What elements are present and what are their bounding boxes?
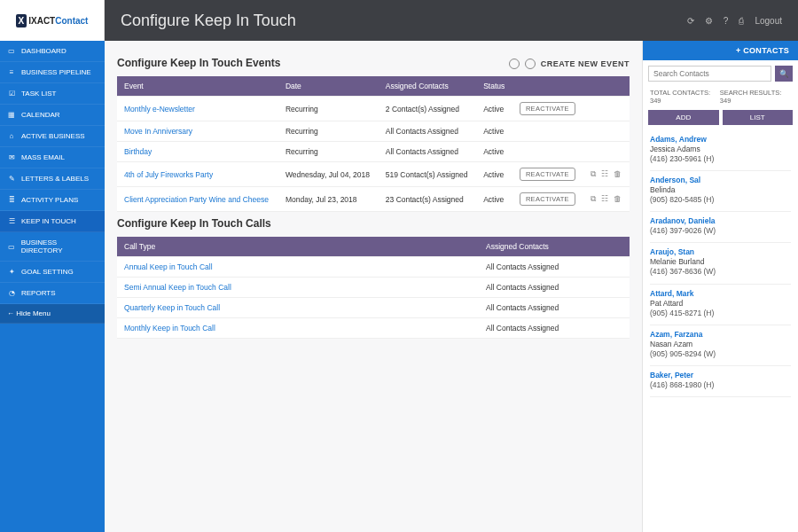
delete-icon[interactable]: 🗑 [614, 194, 622, 204]
contact-subname: Pat Attard [650, 299, 791, 309]
sidebar-item-letters[interactable]: ✎LETTERS & LABELS [0, 168, 105, 190]
goal-icon: ✦ [7, 268, 16, 276]
list-button[interactable]: LIST [723, 110, 794, 125]
contact-name[interactable]: Azam, Farzana [650, 330, 791, 340]
sidebar-item-calendar[interactable]: ▦CALENDAR [0, 105, 105, 126]
contact-card: Adams, AndrewJessica Adams(416) 230-5961… [650, 130, 791, 171]
sidebar-item-directory[interactable]: ▭BUSINESS DIRECTORY [0, 232, 105, 262]
calls-table: Call Type Assigned Contacts Annual Keep … [117, 237, 630, 339]
call-assigned: All Contacts Assigned [479, 257, 630, 278]
contact-subname: Nasan Azam [650, 340, 791, 349]
event-name[interactable]: 4th of July Fireworks Party [117, 162, 278, 187]
call-type[interactable]: Semi Annual Keep in Touch Call [117, 278, 479, 298]
events-heading: Configure Keep In Touch Events [117, 57, 280, 69]
contact-name[interactable]: Adams, Andrew [650, 135, 791, 145]
event-status: Active [476, 97, 512, 121]
table-row: Move In AnniversaryRecurringAll Contacts… [117, 121, 630, 142]
event-date: Recurring [278, 121, 379, 142]
call-type[interactable]: Annual Keep in Touch Call [117, 257, 479, 278]
header-tools: ⟳ ⚙ ? ⎙ Logout [687, 16, 782, 26]
table-row: 4th of July Fireworks PartyWednesday, Ju… [117, 162, 630, 187]
table-row: Quarterly Keep in Touch CallAll Contacts… [117, 298, 630, 318]
contact-name[interactable]: Baker, Peter [650, 371, 791, 380]
search-submit[interactable]: 🔍 [775, 66, 793, 82]
pager-icon [509, 59, 520, 69]
house-icon: ⌂ [7, 132, 16, 140]
event-date: Wednesday, Jul 04, 2018 [278, 162, 379, 187]
sidebar-item-goals[interactable]: ✦GOAL SETTING [0, 262, 105, 283]
event-date: Recurring [278, 97, 379, 121]
event-assigned: 2 Contact(s) Assigned [379, 97, 476, 121]
contact-name[interactable]: Araujo, Stan [650, 247, 791, 257]
sidebar-item-active-business[interactable]: ⌂ACTIVE BUSINESS [0, 126, 105, 147]
sync-icon[interactable]: ⟳ [687, 16, 694, 26]
mail-icon: ✉ [7, 153, 16, 161]
contact-subname: Belinda [650, 185, 791, 195]
copy-icon[interactable]: ⧉ [591, 194, 596, 204]
col-call-type: Call Type [117, 237, 479, 257]
contact-name[interactable]: Aradanov, Daniela [650, 216, 791, 226]
print-icon[interactable]: ⎙ [739, 16, 744, 26]
event-name[interactable]: Monthly e-Newsletter [117, 97, 278, 121]
plans-icon: ≣ [7, 196, 16, 204]
table-row: Monthly Keep in Touch CallAll Contacts A… [117, 318, 630, 339]
event-status: Active [476, 187, 512, 212]
search-icon: 🔍 [779, 69, 789, 78]
contacts-button[interactable]: + CONTACTS [643, 41, 798, 60]
table-row: Semi Annual Keep in Touch CallAll Contac… [117, 278, 630, 298]
delete-icon[interactable]: 🗑 [614, 169, 622, 179]
reactivate-button[interactable]: REACTIVATE [520, 102, 575, 115]
contact-phone: (905) 905-8294 (W) [650, 349, 791, 359]
contact-name[interactable]: Attard, Mark [650, 289, 791, 299]
event-status: Active [476, 162, 512, 187]
logout-link[interactable]: Logout [755, 16, 782, 26]
contact-card: Azam, FarzanaNasan Azam(905) 905-8294 (W… [650, 325, 791, 366]
event-assigned: 23 Contact(s) Assigned [379, 187, 476, 212]
reactivate-button[interactable]: REACTIVATE [520, 168, 575, 181]
call-type[interactable]: Monthly Keep in Touch Call [117, 318, 479, 339]
sidebar-item-activity-plans[interactable]: ≣ACTIVITY PLANS [0, 190, 105, 211]
users-icon[interactable]: ☷ [601, 169, 608, 179]
contact-phone: (416) 868-1980 (H) [650, 380, 791, 390]
calls-heading: Configure Keep In Touch Calls [117, 217, 630, 230]
brand-logo[interactable]: XIXACTContact [0, 0, 105, 41]
create-event-button[interactable]: CREATE NEW EVENT [509, 59, 630, 69]
col-date: Date [278, 76, 379, 97]
sidebar-item-keep-in-touch[interactable]: ☰KEEP IN TOUCH [0, 211, 105, 232]
event-date: Recurring [278, 142, 379, 162]
reactivate-button[interactable]: REACTIVATE [520, 192, 575, 206]
pager-icon [525, 59, 536, 69]
sidebar-item-pipeline[interactable]: ≡BUSINESS PIPELINE [0, 62, 105, 83]
col-status: Status [476, 76, 512, 97]
contact-name[interactable]: Anderson, Sal [650, 176, 791, 185]
event-name[interactable]: Move In Anniversary [117, 121, 278, 142]
contact-phone: (416) 230-5961 (H) [650, 154, 791, 164]
call-type[interactable]: Quarterly Keep in Touch Call [117, 298, 479, 318]
users-icon[interactable]: ☷ [601, 194, 608, 204]
sidebar-item-mass-email[interactable]: ✉MASS EMAIL [0, 147, 105, 168]
contact-phone: (905) 820-5485 (H) [650, 195, 791, 205]
contact-card: Anderson, SalBelinda(905) 820-5485 (H) [650, 171, 791, 212]
directory-icon: ▭ [7, 243, 16, 251]
add-contact-button[interactable]: ADD [648, 110, 719, 125]
contact-card: Aradanov, Daniela(416) 397-9026 (W) [650, 212, 791, 243]
sidebar-item-reports[interactable]: ◔REPORTS [0, 283, 105, 304]
hide-menu-button[interactable]: ← Hide Menu [0, 304, 105, 324]
event-name[interactable]: Birthday [117, 142, 278, 162]
search-input[interactable] [648, 66, 771, 82]
search-results: SEARCH RESULTS: 349 [720, 89, 791, 105]
copy-icon[interactable]: ⧉ [591, 169, 596, 179]
help-icon[interactable]: ? [724, 16, 729, 26]
letters-icon: ✎ [7, 175, 16, 183]
calendar-icon: ▦ [7, 111, 16, 119]
call-assigned: All Contacts Assigned [479, 278, 630, 298]
sidebar-item-dashboard[interactable]: ▭DASHBOARD [0, 41, 105, 62]
table-row: BirthdayRecurringAll Contacts AssignedAc… [117, 142, 630, 162]
settings-icon[interactable]: ⚙ [705, 16, 713, 26]
event-status: Active [476, 142, 512, 162]
dashboard-icon: ▭ [7, 47, 16, 55]
event-name[interactable]: Client Appreciation Party Wine and Chees… [117, 187, 278, 212]
sidebar-item-tasks[interactable]: ☑TASK LIST [0, 83, 105, 105]
contact-phone: (905) 415-8271 (H) [650, 309, 791, 318]
kit-icon: ☰ [7, 217, 16, 225]
